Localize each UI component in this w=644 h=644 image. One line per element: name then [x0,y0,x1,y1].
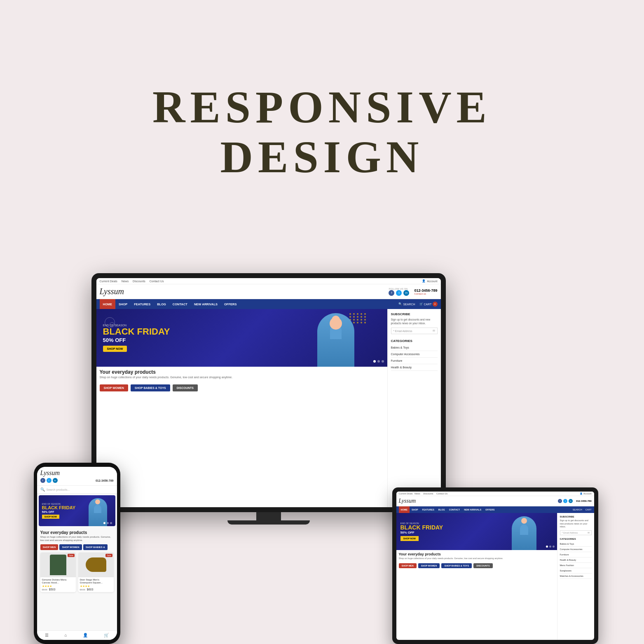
m-shop-babies-btn[interactable]: SHOP BABIES & [83,544,108,550]
t-dot-3[interactable] [553,546,555,548]
m-nav-cart[interactable]: 🛒 [104,633,109,638]
m-in-icon[interactable]: in [53,478,58,483]
m-dot-2[interactable] [107,522,109,524]
product-2-info: Deer Stags Men's Greenpoint Square... ★★… [78,577,114,592]
dot-1[interactable] [373,360,376,363]
dot-2[interactable] [377,360,380,363]
product-2-badge: Sale [105,554,112,557]
t-cat-mens[interactable]: Mens Fashion [560,563,592,568]
t-cat-health[interactable]: Health & Beauty [560,557,592,563]
m-hero-discount: 50% OFF [42,511,76,513]
tablet-account[interactable]: 👤 Account [580,492,591,495]
discounts-button[interactable]: DISCOUNTS [173,384,198,391]
tablet-nav: HOME SHOP FEATURES BLOG CONTACT NEW ARRI… [396,506,594,513]
t-shop-women-btn[interactable]: SHOP WOMEN [418,563,440,568]
monitor-base [227,520,310,525]
t-hero-title: BLACK FRIDAY [400,525,443,531]
m-nav-home[interactable]: ⌂ [65,633,67,638]
t-hero-cta[interactable]: SHOP NOW [400,536,419,541]
desktop-logo[interactable]: Lyssum [100,287,124,296]
cart-icon: 🛒 [419,302,423,306]
topbar-link-discounts[interactable]: Discounts [133,280,145,283]
nav-item-home[interactable]: HOME [100,299,116,309]
t-tw-icon[interactable]: t [563,499,567,503]
monitor-neck [256,512,281,520]
shop-babies-button[interactable]: SHOP BABIES & TOYS [131,384,170,391]
m-fb-icon[interactable]: f [40,478,45,483]
t-discounts-btn[interactable]: DISCOUNTS [473,563,492,568]
nav-item-shop[interactable]: SHOP [115,299,131,309]
product-1-info: Genuine Dickies Mens Canvas Hood... ★★★★… [40,577,76,592]
desktop-contact-label[interactable]: Contact us [414,293,437,295]
t-cat-watches[interactable]: Watches & Accessories [560,574,592,579]
dot-3[interactable] [382,360,384,363]
cart-icon-mobile: 🛒 [104,633,109,637]
t-link-4[interactable]: Contact Us [436,492,447,495]
mobile-logo[interactable]: Lyssum [40,469,114,477]
desktop-follow: FOLLOW US ON f t in [389,288,409,296]
t-link-1[interactable]: Current Deals [399,492,413,495]
t-nav-blog[interactable]: BLOG [436,506,447,513]
mobile-product-1: Sale Genuine Dickies Mens Canvas Hood...… [40,553,76,592]
category-item-babies[interactable]: Babies & Toys [391,344,438,351]
m-dot-3[interactable] [110,522,112,524]
category-item-furniture[interactable]: Furniture [391,358,438,364]
t-dot-1[interactable] [546,546,548,548]
tablet-topbar: Current Deals News Discounts Contact Us … [396,492,594,496]
t-link-3[interactable]: Discounts [423,492,433,495]
t-in-icon[interactable]: in [569,499,573,503]
t-shop-men-btn[interactable]: SHOP MEN [399,563,417,568]
nav-item-contact[interactable]: CONTACT [169,299,191,309]
t-link-2[interactable]: News [415,492,420,495]
t-nav-home[interactable]: HOME [399,506,410,513]
t-cat-sunglasses[interactable]: Sunglasses [560,568,592,574]
shop-women-button[interactable]: SHOP WOMEN [100,384,128,391]
t-fb-icon[interactable]: f [558,499,562,503]
t-email-input[interactable]: * Email Address ✉ [560,530,592,535]
desktop-social: f t in [389,290,409,296]
hero-cta-button[interactable]: SHOP NOW [103,346,127,352]
desktop-cart-button[interactable]: 🛒 CART 4 [419,302,438,307]
m-shop-women-btn[interactable]: SHOP WOMEN [59,544,82,550]
facebook-icon[interactable]: f [389,290,394,296]
category-item-computer[interactable]: Computer Accessories [391,351,438,358]
m-tw-icon[interactable]: t [47,478,52,483]
nav-item-features[interactable]: FEATURES [131,299,154,309]
topbar-link-deals[interactable]: Current Deals [100,280,117,283]
t-cart-btn[interactable]: CART [585,508,592,511]
desktop-topbar-account[interactable]: 👤 Account [422,279,437,283]
topbar-link-contact[interactable]: Contact Us [150,280,164,283]
m-dot-1[interactable] [103,522,105,524]
desktop-phone: 012-3456-789 [414,288,437,293]
m-nav-menu[interactable]: ☰ [45,633,49,638]
tablet-logo[interactable]: Lyssum [399,498,416,504]
nav-item-offers[interactable]: OFFERS [221,299,240,309]
t-nav-shop[interactable]: SHOP [410,506,420,513]
t-dot-2[interactable] [549,546,551,548]
t-cat-computer[interactable]: Computer Accessories [560,547,592,552]
t-cat-babies[interactable]: Babies & Toys [560,541,592,547]
mobile-search[interactable]: 🔍 Search products... [37,486,117,494]
topbar-link-news[interactable]: News [122,280,129,283]
nav-item-blog[interactable]: BLOG [154,299,169,309]
email-placeholder: * Email Address [393,330,412,333]
email-input-wrapper[interactable]: * Email Address ✉ [391,328,438,334]
t-cat-furniture[interactable]: Furniture [560,552,592,557]
desktop-search-button[interactable]: 🔍 SEARCH [398,302,415,306]
twitter-icon[interactable]: t [396,290,402,296]
product-1-old-price: $536 [42,588,47,591]
m-nav-user[interactable]: 👤 [83,633,88,638]
t-search-btn[interactable]: SEARCH [573,508,582,511]
product-2-price: $636 $603 [80,588,112,591]
devices-container: Current Deals News Discounts Contact Us … [34,273,611,644]
t-nav-offers[interactable]: OFFERS [483,506,496,513]
t-nav-contact[interactable]: CONTACT [447,506,462,513]
linkedin-icon[interactable]: in [403,290,409,296]
t-shop-babies-btn[interactable]: SHOP BABIES & TOYS [441,563,472,568]
category-item-health[interactable]: Health & Beauty [391,364,438,371]
nav-item-new-arrivals[interactable]: NEW ARRIVALS [191,299,221,309]
m-hero-cta[interactable]: SHOP NOW [42,515,59,519]
t-nav-arrivals[interactable]: NEW ARRIVALS [462,506,483,513]
m-shop-men-btn[interactable]: SHOP MEN [40,544,59,550]
t-nav-features[interactable]: FEATURES [420,506,436,513]
